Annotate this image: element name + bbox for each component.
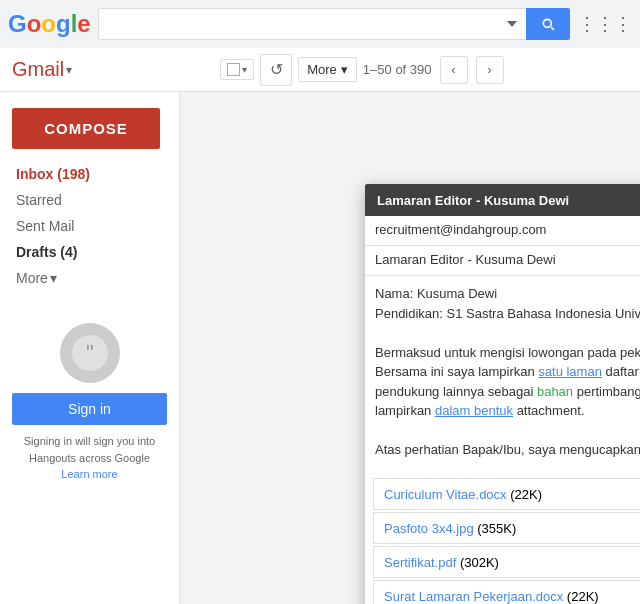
link-satu-laman[interactable]: satu laman [538,364,602,379]
more-button[interactable]: More ▾ [298,57,357,82]
search-dropdown[interactable] [498,8,526,40]
subject-field[interactable]: Lamaran Editor - Kusuma Dewi [365,246,640,276]
sign-in-button[interactable]: Sign in [12,393,167,425]
gmail-area: Lamaran Editor - Kusuma Dewi ─ ⤢ ✕ recru… [180,92,640,604]
gmail-dropdown-arrow[interactable]: ▾ [66,63,72,77]
body-para1: Bermaksud untuk mengisi lowongan pada pe… [375,343,640,363]
search-button[interactable] [526,8,570,40]
compose-title: Lamaran Editor - Kusuma Dewi [377,193,569,208]
sidebar-item-inbox[interactable]: Inbox (198) [0,161,179,187]
avatar: " [60,323,120,383]
attachment-item: Curiculum Vitae.docx (22K) × [373,478,640,510]
refresh-button[interactable]: ↺ [260,54,292,86]
learn-more-link[interactable]: Learn more [61,468,117,480]
body-name: Nama: Kusuma Dewi [375,284,640,304]
attachment-item: Pasfoto 3x4.jpg (355K) × [373,512,640,544]
body-regards1: Atas perhatian Bapak/Ibu, saya mengucapk… [375,440,640,460]
to-field[interactable]: recruitment@indahgroup.com [365,216,640,246]
attachment-item: Sertifikat.pdf (302K) × [373,546,640,578]
sidebar-item-starred[interactable]: Starred [0,187,179,213]
link-bahan: bahan [537,384,573,399]
attachment-link-0[interactable]: Curiculum Vitae.docx [384,487,507,502]
main-area: COMPOSE Inbox (198) Starred Sent Mail Dr… [0,92,640,604]
pagination-info: 1–50 of 390 ‹ › [363,56,504,84]
compose-body[interactable]: Nama: Kusuma Dewi Pendidikan: S1 Sastra … [365,276,640,476]
search-container [98,8,570,40]
attachment-link-3[interactable]: Surat Lamaran Pekerjaan.docx [384,589,563,604]
compose-header[interactable]: Lamaran Editor - Kusuma Dewi ─ ⤢ ✕ [365,184,640,216]
attachment-item: Surat Lamaran Pekerjaan.docx (22K) × [373,580,640,604]
svg-text:": " [86,340,94,365]
sidebar-item-more[interactable]: More ▾ [0,265,179,291]
body-para2: Bersama ini saya lampirkan satu laman da… [375,362,640,421]
sidebar-item-sent[interactable]: Sent Mail [0,213,179,239]
prev-page-button[interactable]: ‹ [440,56,468,84]
next-page-button[interactable]: › [476,56,504,84]
attachment-link-1[interactable]: Pasfoto 3x4.jpg [384,521,474,536]
gmail-title: Gmail ▾ [12,58,72,81]
compose-button[interactable]: COMPOSE [12,108,160,149]
body-education: Pendidikan: S1 Sastra Bahasa Indonesia U… [375,304,640,324]
search-input[interactable] [98,8,498,40]
top-bar: Google ⋮⋮⋮ [0,0,640,48]
gmail-header: Gmail ▾ ▾ ↺ More ▾ 1–50 of 390 ‹ › [0,48,640,92]
select-all-checkbox[interactable]: ▾ [220,59,254,80]
hangouts-area: " Sign in Signing in will sign you into … [0,311,179,495]
sidebar-item-drafts[interactable]: Drafts (4) [0,239,179,265]
header-controls: ▾ ↺ More ▾ 1–50 of 390 ‹ › [220,54,503,86]
apps-grid-icon[interactable]: ⋮⋮⋮ [578,13,632,35]
google-logo: Google [8,10,90,38]
attachment-link-2[interactable]: Sertifikat.pdf [384,555,456,570]
link-dalam-bentuk[interactable]: dalam bentuk [435,403,513,418]
compose-window: Lamaran Editor - Kusuma Dewi ─ ⤢ ✕ recru… [365,184,640,604]
attachments-list: Curiculum Vitae.docx (22K) × Pasfoto 3x4… [365,478,640,604]
sidebar: COMPOSE Inbox (198) Starred Sent Mail Dr… [0,92,180,604]
hangouts-description: Signing in will sign you into Hangouts a… [12,433,167,483]
checkbox-box [227,63,240,76]
checkbox-arrow: ▾ [242,64,247,75]
